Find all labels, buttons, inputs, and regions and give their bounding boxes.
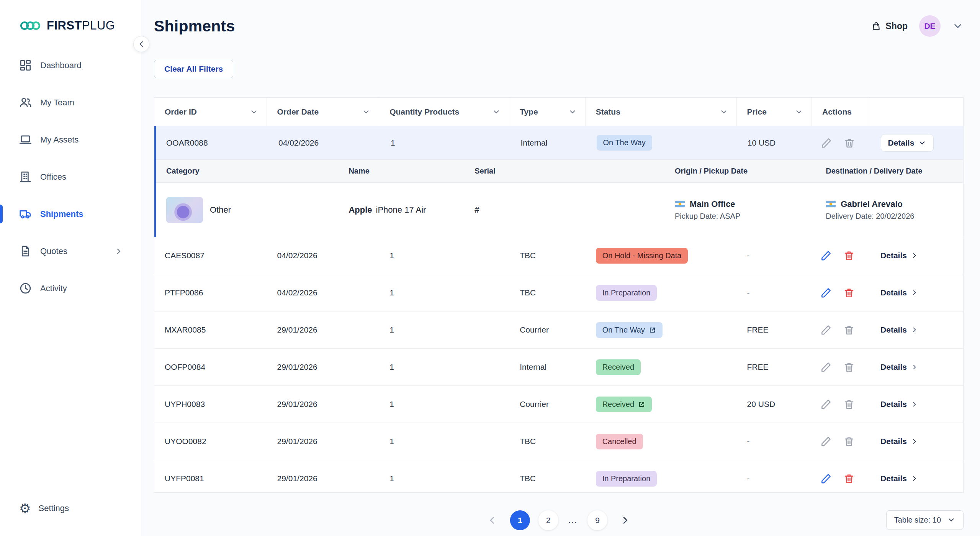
clear-filters-button[interactable]: Clear All Filters bbox=[154, 60, 233, 78]
avatar[interactable]: DE bbox=[919, 15, 941, 37]
next-page-button[interactable] bbox=[616, 515, 635, 526]
delete-button[interactable] bbox=[843, 250, 855, 261]
table-row[interactable]: UYPH0083 29/01/2026 1 Courrier Received … bbox=[154, 386, 963, 423]
delete-button[interactable] bbox=[843, 473, 855, 484]
column-filter-order-date[interactable]: Order Date bbox=[267, 98, 380, 126]
status-badge-link[interactable]: Received bbox=[596, 397, 652, 412]
delete-button[interactable] bbox=[843, 361, 855, 373]
brand-name-second: PLUG bbox=[82, 19, 115, 32]
sidebar-item-label: My Team bbox=[40, 98, 74, 108]
delete-button[interactable] bbox=[844, 137, 855, 149]
table-row[interactable]: PTFP0086 04/02/2026 1 TBC In Preparation… bbox=[154, 274, 963, 311]
status-badge-link[interactable]: On The Way bbox=[596, 322, 663, 338]
brand-name: FIRSTPLUG bbox=[47, 19, 115, 33]
cell-order-date: 29/01/2026 bbox=[267, 325, 380, 334]
edit-button[interactable] bbox=[820, 473, 832, 484]
delete-button[interactable] bbox=[843, 398, 855, 410]
cell-quantity: 1 bbox=[379, 474, 509, 483]
origin-detail: Pickup Date: ASAP bbox=[675, 212, 740, 221]
sidebar-collapse-button[interactable] bbox=[133, 36, 149, 52]
details-button[interactable]: Details bbox=[880, 251, 918, 260]
cell-actions bbox=[812, 436, 870, 447]
sidebar-item-shipments[interactable]: Shipments bbox=[0, 195, 141, 233]
cell-status: Cancelled bbox=[586, 434, 737, 449]
settings-label: Settings bbox=[38, 503, 69, 513]
edit-button[interactable] bbox=[820, 398, 832, 410]
column-filter-price[interactable]: Price bbox=[737, 98, 812, 126]
table-size-select[interactable]: Table size: 10 bbox=[886, 510, 964, 530]
chevron-right-icon bbox=[911, 400, 918, 408]
cell-price: 20 USD bbox=[737, 400, 812, 409]
previous-page-button[interactable] bbox=[483, 515, 502, 526]
cell-actions bbox=[812, 473, 870, 484]
details-button[interactable]: Details bbox=[880, 288, 918, 297]
subcolumn-origin: Origin / Pickup Date bbox=[664, 160, 815, 182]
trash-icon bbox=[843, 250, 855, 261]
page-button-2[interactable]: 2 bbox=[538, 510, 558, 530]
chevron-down-icon[interactable] bbox=[952, 20, 964, 32]
cell-actions bbox=[812, 324, 870, 336]
details-button[interactable]: Details bbox=[880, 325, 918, 334]
sidebar-item-dashboard[interactable]: Dashboard bbox=[0, 47, 141, 84]
document-icon bbox=[19, 245, 32, 257]
table-row[interactable]: OOFP0084 29/01/2026 1 Internal Received … bbox=[154, 349, 963, 386]
column-header-actions: Actions bbox=[812, 98, 870, 126]
edit-button[interactable] bbox=[820, 361, 832, 373]
cell-price: - bbox=[737, 251, 812, 260]
table-row[interactable]: UYOO0082 29/01/2026 1 TBC Cancelled - De… bbox=[154, 423, 963, 460]
sidebar-spacer bbox=[0, 307, 141, 490]
table-row[interactable]: UYFP0081 29/01/2026 1 TBC In Preparation… bbox=[154, 460, 963, 493]
cell-actions bbox=[812, 137, 870, 149]
chevron-down-icon bbox=[720, 108, 728, 116]
edit-button[interactable] bbox=[821, 137, 832, 149]
edit-button[interactable] bbox=[820, 250, 832, 261]
column-filter-quantity[interactable]: Quantity Products bbox=[379, 98, 509, 126]
delete-button[interactable] bbox=[843, 287, 855, 298]
sidebar-item-offices[interactable]: Offices bbox=[0, 158, 141, 195]
column-header-details bbox=[870, 98, 963, 126]
chevron-right-icon bbox=[911, 363, 918, 371]
cell-price: FREE bbox=[737, 325, 812, 334]
sidebar-item-quotes[interactable]: Quotes bbox=[0, 233, 141, 270]
delete-button[interactable] bbox=[843, 324, 855, 336]
cell-actions bbox=[812, 287, 870, 298]
cell-details: Details bbox=[870, 325, 963, 334]
delete-button[interactable] bbox=[843, 436, 855, 447]
shipments-table: Order ID Order Date Quantity Products Ty… bbox=[154, 97, 964, 493]
cell-order-id: UYPH0083 bbox=[154, 400, 267, 409]
table-row[interactable]: MXAR0085 29/01/2026 1 Courrier On The Wa… bbox=[154, 311, 963, 349]
laptop-icon bbox=[19, 133, 32, 146]
details-button[interactable]: Details bbox=[880, 474, 918, 483]
column-filter-order-id[interactable]: Order ID bbox=[154, 98, 267, 126]
trash-icon bbox=[843, 398, 855, 410]
status-badge: Cancelled bbox=[596, 434, 643, 449]
chevron-right-icon bbox=[114, 247, 123, 256]
sidebar-item-settings[interactable]: ⚙ Settings bbox=[0, 490, 141, 527]
shop-button[interactable]: Shop bbox=[871, 21, 908, 31]
destination-detail: Delivery Date: 20/02/2026 bbox=[826, 212, 914, 221]
page-button-9[interactable]: 9 bbox=[587, 510, 607, 530]
sidebar-item-label: My Assets bbox=[40, 135, 79, 145]
page-button-1[interactable]: 1 bbox=[510, 510, 530, 530]
pencil-icon bbox=[821, 137, 832, 149]
sidebar-item-my-assets[interactable]: My Assets bbox=[0, 121, 141, 158]
details-button[interactable]: Details bbox=[881, 134, 934, 152]
column-filter-type[interactable]: Type bbox=[509, 98, 586, 126]
cell-name: Apple iPhone 17 Air bbox=[338, 205, 464, 215]
table-row[interactable]: OOAR0088 04/02/2026 1 Internal On The Wa… bbox=[156, 126, 963, 160]
table-row[interactable]: CAES0087 04/02/2026 1 TBC On Hold - Miss… bbox=[154, 237, 963, 274]
page-ellipsis: ... bbox=[567, 515, 579, 525]
table-header-row: Order ID Order Date Quantity Products Ty… bbox=[154, 98, 963, 126]
external-link-icon bbox=[649, 326, 656, 334]
edit-button[interactable] bbox=[820, 324, 832, 336]
sidebar-item-activity[interactable]: Activity bbox=[0, 270, 141, 307]
edit-button[interactable] bbox=[820, 287, 832, 298]
column-filter-status[interactable]: Status bbox=[586, 98, 737, 126]
edit-button[interactable] bbox=[820, 436, 832, 447]
chevron-down-icon bbox=[492, 108, 501, 116]
details-button[interactable]: Details bbox=[880, 400, 918, 409]
details-button[interactable]: Details bbox=[880, 362, 918, 372]
sidebar-item-my-team[interactable]: My Team bbox=[0, 84, 141, 121]
cell-order-date: 29/01/2026 bbox=[267, 437, 380, 446]
details-button[interactable]: Details bbox=[880, 437, 918, 446]
